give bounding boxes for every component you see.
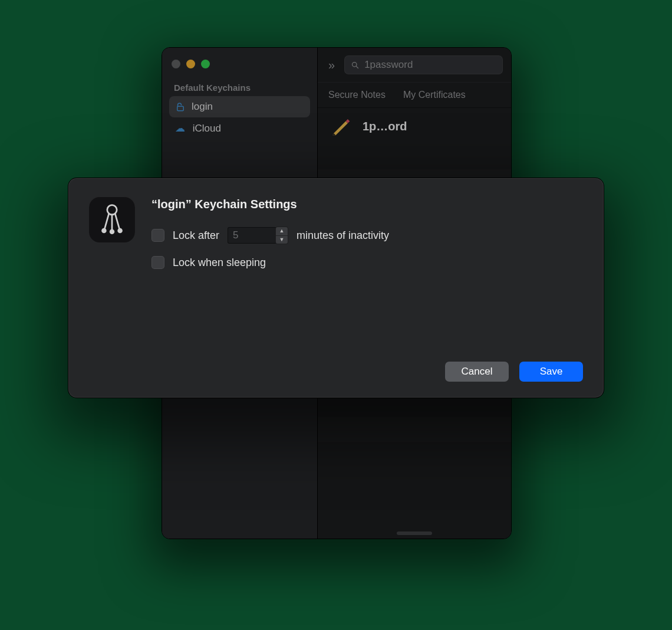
lock-after-checkbox[interactable] [151,229,164,242]
resize-handle[interactable] [318,528,511,539]
category-tabs: Secure Notes My Certificates [318,83,511,108]
sidebar-item-icloud[interactable]: ☁︎ iCloud [169,117,310,139]
svg-line-7 [104,214,108,229]
dialog-title: “login” Keychain Settings [151,198,583,211]
cancel-button[interactable]: Cancel [445,362,509,382]
svg-line-11 [115,214,119,229]
cloud-icon: ☁︎ [175,123,185,134]
svg-marker-3 [332,122,348,136]
lock-sleep-row: Lock when sleeping [151,256,583,269]
tab-my-certificates[interactable]: My Certificates [403,90,466,100]
lock-after-minutes-input[interactable]: 5 [228,227,276,244]
search-input[interactable]: 1password [344,55,503,74]
svg-point-10 [110,230,114,234]
svg-rect-0 [177,106,184,111]
search-value: 1password [364,59,413,71]
sidebar-item-label: login [192,101,213,113]
lock-sleep-label: Lock when sleeping [173,257,266,269]
keychain-settings-dialog: “login” Keychain Settings Lock after 5 ▲… [68,178,604,398]
svg-point-1 [353,62,357,67]
svg-line-2 [357,66,358,68]
tab-secure-notes[interactable]: Secure Notes [328,90,386,100]
sidebar-heading: Default Keychains [169,78,310,96]
toolbar: » 1password [318,48,511,83]
svg-point-6 [107,205,117,215]
minimize-button-icon[interactable] [186,60,195,68]
item-title: 1p…ord [363,120,407,133]
lock-after-suffix: minutes of inactivity [297,229,389,242]
search-icon [351,61,360,70]
zoom-button-icon[interactable] [201,60,210,68]
dialog-actions: Cancel Save [89,362,583,382]
note-icon [331,116,351,136]
save-button[interactable]: Save [519,362,583,382]
sidebar-item-login[interactable]: login [169,96,310,117]
keychain-app-icon [89,196,135,242]
svg-point-12 [118,229,122,232]
unlocked-icon [175,101,186,112]
lock-after-row: Lock after 5 ▲ ▼ minutes of inactivity [151,227,583,244]
svg-point-8 [103,229,106,232]
sidebar-item-label: iCloud [193,123,221,134]
lock-sleep-checkbox[interactable] [151,256,164,269]
stepper-up-icon[interactable]: ▲ [276,227,288,236]
window-controls [169,56,310,78]
close-button-icon[interactable] [172,60,180,68]
list-item[interactable]: 1p…ord [318,108,511,145]
stepper-down-icon[interactable]: ▼ [276,236,288,244]
minutes-stepper[interactable]: ▲ ▼ [275,227,288,244]
lock-after-label: Lock after [173,229,219,242]
overflow-icon[interactable]: » [326,58,337,72]
